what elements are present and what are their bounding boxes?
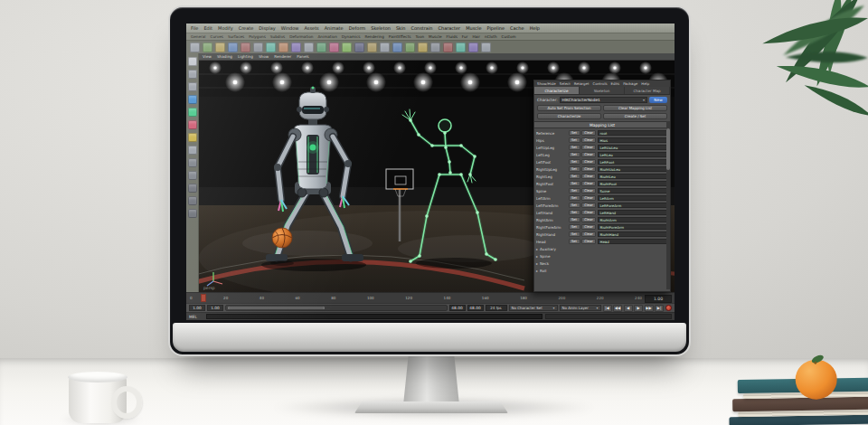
set-button[interactable]: Set <box>569 231 580 237</box>
set-button[interactable]: Set <box>569 166 580 172</box>
step-back-icon[interactable] <box>613 305 622 312</box>
clear-button[interactable]: Clear <box>581 195 596 201</box>
set-button[interactable]: Set <box>569 210 580 215</box>
mapped-node-field[interactable]: root <box>598 130 669 136</box>
mapped-node-field[interactable]: LeftHand <box>598 210 669 215</box>
clear-button[interactable]: Clear <box>581 166 596 172</box>
shelf-tab[interactable]: nCloth <box>485 34 497 39</box>
go-to-end-icon[interactable] <box>655 305 664 312</box>
menu-item[interactable]: Create <box>239 25 254 31</box>
shelf-tab[interactable]: General <box>191 34 206 39</box>
shelf-tab[interactable]: Muscle <box>429 34 442 39</box>
menu-item[interactable]: Pipeline <box>486 25 505 31</box>
group-row[interactable]: Spine <box>536 252 668 260</box>
menu-item[interactable]: Deform <box>349 25 366 31</box>
rotate-tool-icon[interactable] <box>188 108 197 117</box>
menu-item[interactable]: Display <box>259 25 275 31</box>
shelf-tab[interactable]: Rendering <box>364 34 383 39</box>
shelf-icon[interactable] <box>342 42 352 52</box>
viewport-menu-item[interactable]: Renderer <box>274 54 291 59</box>
scale-tool-icon[interactable] <box>188 120 197 129</box>
shelf-tab[interactable]: Fur <box>462 34 468 39</box>
menu-item[interactable]: Animate <box>325 25 344 31</box>
shelf-tab[interactable]: Custom <box>502 34 516 39</box>
clear-button[interactable]: Clear <box>581 137 596 143</box>
set-button[interactable]: Set <box>569 159 580 165</box>
play-forward-icon[interactable] <box>634 305 643 312</box>
set-button[interactable]: Set <box>569 137 580 143</box>
shelf-icon[interactable] <box>418 42 428 52</box>
clear-button[interactable]: Clear <box>581 130 596 136</box>
new-character-button[interactable]: New <box>649 97 667 103</box>
menu-item[interactable]: Window <box>281 25 299 31</box>
clear-button[interactable]: Clear <box>581 145 596 150</box>
clear-button[interactable]: Clear <box>581 188 596 194</box>
panel-menu-item[interactable]: Show/Hide <box>537 81 556 86</box>
menu-item[interactable]: Skeleton <box>371 25 391 31</box>
clear-button[interactable]: Clear <box>581 174 596 179</box>
shelf-icon[interactable] <box>266 42 276 52</box>
play-backwards-icon[interactable] <box>624 305 633 312</box>
shelf-tab[interactable]: PaintEffects <box>389 34 411 39</box>
anim-end-field[interactable]: 48.00 <box>467 305 484 311</box>
clear-button[interactable]: Clear <box>581 217 596 222</box>
character-set-dropdown[interactable]: No Character Set <box>509 305 558 311</box>
set-button[interactable]: Set <box>569 224 580 230</box>
shelf-tab[interactable]: Polygons <box>249 34 266 39</box>
viewport-layout-split-icon[interactable] <box>188 209 197 218</box>
menu-item[interactable]: Constrain <box>411 25 433 31</box>
viewport-menu-item[interactable]: Shading <box>217 54 232 59</box>
current-time-field[interactable]: 1.00 <box>645 295 672 303</box>
set-button[interactable]: Set <box>569 145 580 150</box>
viewport-menu-item[interactable]: Lighting <box>238 54 253 59</box>
mapped-node-field[interactable]: LeftForeArm <box>598 203 669 208</box>
panel-menu-item[interactable]: Retarget <box>574 81 590 86</box>
shelf-tab[interactable]: Toon <box>415 34 424 39</box>
set-button[interactable]: Set <box>569 181 580 186</box>
viewport-menu-item[interactable]: Show <box>259 54 269 59</box>
menu-item[interactable]: Cache <box>510 25 524 31</box>
shelf-icon[interactable] <box>304 42 314 52</box>
menu-item[interactable]: Assets <box>304 25 318 31</box>
group-row[interactable]: Roll <box>536 267 668 274</box>
mapped-node-field[interactable]: Spine <box>598 188 669 194</box>
panel-menu-item[interactable]: Edits <box>611 81 620 86</box>
mapped-node-field[interactable]: LeftUpLeg <box>598 145 669 150</box>
shelf-icon[interactable] <box>241 42 250 52</box>
range-slider-thumb[interactable] <box>228 307 325 309</box>
viewport-menu-item[interactable]: Panels <box>297 54 308 59</box>
step-forward-icon[interactable] <box>645 305 654 312</box>
shelf-icon[interactable] <box>316 42 326 52</box>
shelf-icon[interactable] <box>253 42 263 52</box>
shelf-icon[interactable] <box>329 42 339 52</box>
mapped-node-field[interactable]: RightHand <box>598 231 669 237</box>
playback-end-field[interactable]: 48.00 <box>449 305 466 311</box>
mapped-node-field[interactable]: Hips <box>598 137 669 143</box>
group-row[interactable]: Auxiliary <box>536 245 668 252</box>
shelf-tab[interactable]: Hair <box>472 34 480 39</box>
menu-item[interactable]: File <box>191 25 198 31</box>
move-tool-icon[interactable] <box>188 95 197 104</box>
clear-button[interactable]: Clear <box>581 159 596 165</box>
set-button[interactable]: Set <box>569 203 580 208</box>
tab-character-map[interactable]: Character Map <box>625 87 670 94</box>
shelf-tab[interactable]: Dynamics <box>342 34 361 39</box>
shelf-tab[interactable]: Deformation <box>289 34 313 39</box>
set-button[interactable]: Set <box>569 217 580 222</box>
last-tool-icon[interactable] <box>188 171 197 180</box>
menu-item[interactable]: Modify <box>218 25 233 31</box>
shelf-icon[interactable] <box>380 42 390 52</box>
viewport-menu-item[interactable]: View <box>203 54 212 59</box>
characterize-button[interactable]: Characterize <box>537 113 601 119</box>
shelf-icon[interactable] <box>278 42 288 52</box>
set-button[interactable]: Set <box>569 239 580 244</box>
tab-characterize[interactable]: Characterize <box>534 87 580 94</box>
clear-button[interactable]: Clear <box>581 181 596 186</box>
shelf-icon[interactable] <box>392 42 402 52</box>
panel-menu-item[interactable]: Select <box>560 81 571 86</box>
select-tool-icon[interactable] <box>188 57 197 66</box>
set-button[interactable]: Set <box>569 188 580 194</box>
menu-item[interactable]: Skin <box>396 25 406 31</box>
shelf-icon[interactable] <box>367 42 377 52</box>
shelf-icon[interactable] <box>190 42 200 52</box>
